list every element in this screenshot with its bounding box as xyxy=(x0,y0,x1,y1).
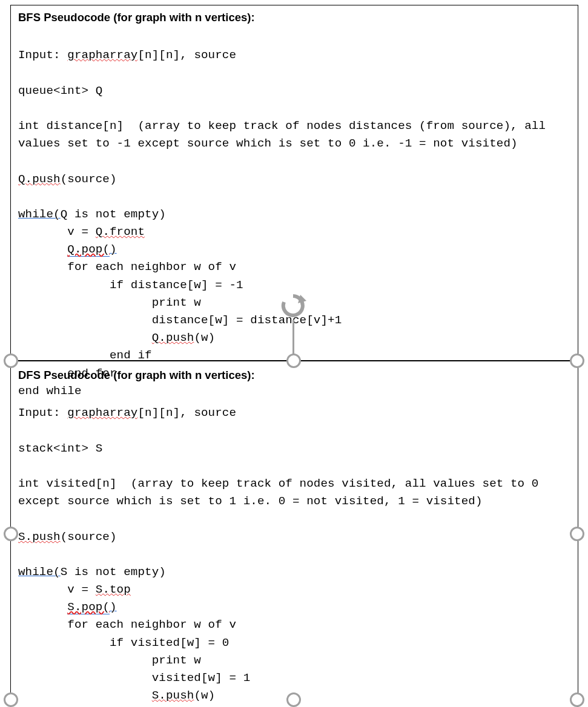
dfs-while-kw: while( xyxy=(18,565,61,579)
bfs-if-line: if distance[w] = -1 xyxy=(18,278,243,292)
bfs-input-prefix: Input: xyxy=(18,48,67,62)
dfs-input-suffix: [n][n], source xyxy=(137,406,236,419)
dfs-push-prefix: S.push xyxy=(18,530,61,544)
bfs-push-prefix: Q.push xyxy=(18,173,61,186)
bfs-queue-decl: queue<int> Q xyxy=(18,84,102,97)
bfs-input-suffix: [n][n], source xyxy=(137,48,236,62)
dfs-pop-close: ) xyxy=(110,600,117,614)
bfs-qpush-arg: (w) xyxy=(194,331,215,344)
bfs-print-line: print w xyxy=(18,296,201,309)
selection-handle-mid-right[interactable] xyxy=(570,527,584,541)
selection-handle-top-left[interactable] xyxy=(4,354,18,368)
dfs-v-val: S.top xyxy=(96,583,131,596)
bfs-distance-decl: int distance[n] (array to keep track of … xyxy=(18,119,546,150)
dfs-stack-decl: stack<int> S xyxy=(18,442,102,455)
dfs-code: Input: grapharray[n][n], source stack<in… xyxy=(18,387,570,707)
bfs-pop-indent xyxy=(18,243,67,256)
dfs-if-line: if visited[w] = 0 xyxy=(18,636,229,649)
dfs-input-arr: grapharray xyxy=(67,406,137,419)
bfs-v-val: Q.front xyxy=(96,225,145,238)
dfs-vis-update: visited[w] = 1 xyxy=(18,671,250,685)
dfs-spush-indent xyxy=(18,689,152,702)
dfs-pop-call: S.pop( xyxy=(67,600,110,614)
bfs-while-cond: Q is not empty) xyxy=(61,208,166,221)
bfs-input-arr: grapharray xyxy=(67,48,137,62)
dfs-spush-arg: (w) xyxy=(194,689,215,702)
selection-handle-top-right[interactable] xyxy=(570,354,584,368)
bfs-pop-close: ) xyxy=(110,243,117,256)
dfs-pop-indent xyxy=(18,600,67,614)
selection-handle-bottom-mid[interactable] xyxy=(286,692,301,707)
bfs-code: Input: grapharray[n][n], source queue<in… xyxy=(18,29,570,400)
dfs-for-line: for each neighbor w of v xyxy=(18,618,236,631)
selection-handle-mid-left[interactable] xyxy=(4,527,18,541)
bfs-for-line: for each neighbor w of v xyxy=(18,260,236,274)
bfs-pop-call: Q.pop( xyxy=(67,243,110,257)
dfs-input-prefix: Input: xyxy=(18,406,67,419)
dfs-print-line: print w xyxy=(18,654,201,667)
bfs-v-prefix: v = xyxy=(18,225,96,238)
dfs-cell[interactable]: DFS Pseudocode (for graph with n vertice… xyxy=(10,363,578,707)
dfs-visited-decl: int visited[n] (array to keep track of n… xyxy=(18,477,538,508)
selection-handle-top-mid[interactable] xyxy=(286,354,301,368)
selection-handle-bottom-left[interactable] xyxy=(4,692,18,707)
bfs-heading: BFS Pseudocode (for graph with n vertice… xyxy=(18,11,570,24)
dfs-push-suffix: (source) xyxy=(61,530,117,544)
bfs-qpush-call: Q.push xyxy=(152,331,194,344)
bfs-push-suffix: (source) xyxy=(61,173,117,186)
bfs-while-kw: while( xyxy=(18,208,61,221)
dfs-heading: DFS Pseudocode (for graph with n vertice… xyxy=(18,369,570,382)
table-container: BFS Pseudocode (for graph with n vertice… xyxy=(10,5,578,701)
selection-handle-bottom-right[interactable] xyxy=(570,692,584,707)
bfs-qpush-indent xyxy=(18,331,152,344)
rotate-handle-stem xyxy=(292,320,294,354)
dfs-v-prefix: v = xyxy=(18,583,96,596)
dfs-spush-call: S.push xyxy=(152,689,194,702)
dfs-while-cond: S is not empty) xyxy=(61,565,166,579)
rotate-handle-icon[interactable] xyxy=(280,292,306,319)
